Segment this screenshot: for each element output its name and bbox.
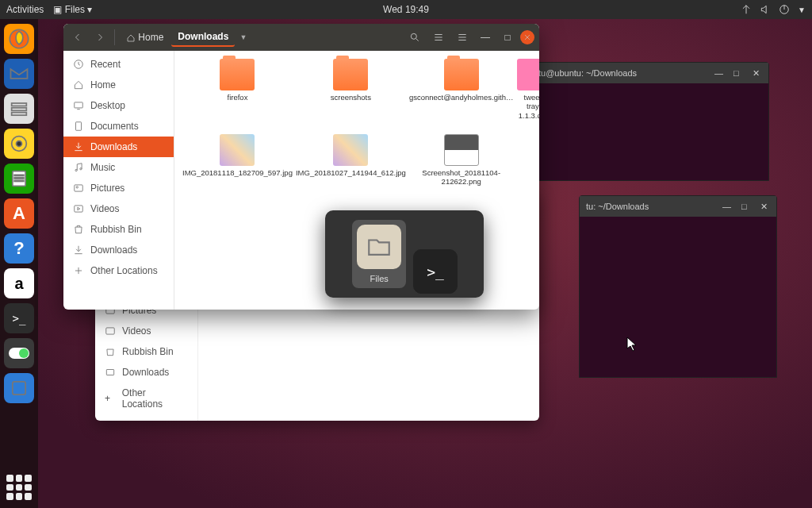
sidebar-item-rubbish-bin[interactable]: Rubbish Bin: [63, 219, 174, 240]
svg-point-20: [80, 168, 82, 170]
switcher-item-files[interactable]: Files: [352, 220, 406, 288]
sidebar-item-downloads[interactable]: Downloads: [95, 362, 197, 383]
dock-screenshot[interactable]: [4, 373, 34, 403]
chevron-down-icon[interactable]: ▼: [239, 33, 247, 41]
dock-help[interactable]: ?: [4, 233, 34, 264]
dock-files[interactable]: [4, 94, 34, 124]
minimize-button[interactable]: —: [476, 28, 495, 47]
view-list-button[interactable]: [428, 28, 449, 47]
download-icon: [73, 244, 84, 256]
back-button[interactable]: [68, 28, 87, 47]
terminal-window-1[interactable]: tu@ubuntu: ~/Downloads — □ ✕: [531, 62, 769, 181]
dock-libreoffice[interactable]: [4, 164, 34, 194]
dock-rhythmbox[interactable]: [4, 129, 34, 159]
file-label: IMG_20181027_141944_612.jpg: [296, 168, 406, 177]
mouse-cursor: [626, 337, 639, 352]
maximize-button[interactable]: □: [741, 202, 751, 211]
sidebar-item-videos[interactable]: Videos: [63, 198, 174, 219]
terminal-titlebar[interactable]: tu: ~/Downloads — □ ✕: [580, 196, 776, 217]
file-item[interactable]: Screenshot_20181104-212622.png: [409, 134, 514, 187]
top-bar: Activities ▣ Files ▾ Wed 19:49 ▼: [0, 0, 812, 19]
terminal-window-2[interactable]: tu: ~/Downloads — □ ✕: [579, 195, 777, 378]
sidebar-item-music[interactable]: Music: [63, 157, 174, 178]
breadcrumb-current[interactable]: Downloads: [171, 28, 235, 47]
trash-icon: [73, 224, 84, 235]
sidebar-item-documents[interactable]: Documents: [63, 116, 174, 137]
volume-icon[interactable]: [760, 4, 771, 15]
svg-rect-8: [14, 175, 24, 175]
sidebar-item-home[interactable]: Home: [63, 75, 174, 95]
music-icon: [73, 162, 84, 173]
svg-rect-13: [106, 328, 115, 334]
sidebar-item-trash[interactable]: Rubbish Bin: [95, 341, 197, 362]
dock: A ? a >_: [0, 19, 38, 508]
file-label: gsconnect@andyholmes.gith…: [409, 93, 514, 102]
sidebar-item-recent[interactable]: Recent: [63, 54, 174, 75]
network-icon[interactable]: [741, 4, 752, 15]
svg-rect-10: [14, 180, 24, 181]
pink-icon: [517, 59, 539, 90]
app-menu-label: Files ▾: [65, 4, 93, 15]
file-item[interactable]: IMG_20181118_182709_597.jpg: [182, 134, 293, 187]
folder-icon: [444, 59, 479, 90]
search-button[interactable]: [404, 28, 425, 47]
forward-button[interactable]: [90, 28, 109, 47]
dock-toggle[interactable]: [4, 338, 34, 368]
file-item[interactable]: screenshots: [296, 59, 406, 129]
app-menu[interactable]: ▣ Files ▾: [53, 4, 92, 15]
view-menu-button[interactable]: [452, 28, 473, 47]
sidebar-item-other-locations[interactable]: Other Locations: [63, 260, 174, 281]
documents-icon: [73, 121, 84, 132]
chevron-down-icon[interactable]: ▼: [798, 6, 806, 14]
file-label: tweet-tray-1.1.3.deb: [517, 93, 539, 120]
file-item[interactable]: firefox: [182, 59, 293, 129]
file-label: Screenshot_20181104-212622.png: [409, 168, 514, 187]
headerbar: Home Downloads ▼ — □: [63, 24, 539, 51]
folder-icon: [333, 59, 368, 90]
activities-button[interactable]: Activities: [6, 4, 44, 15]
file-label: IMG_20181118_182709_597.jpg: [182, 168, 293, 177]
svg-point-19: [75, 169, 77, 171]
svg-point-6: [17, 141, 22, 147]
switcher-item-terminal[interactable]: >_ Terminal: [414, 244, 457, 264]
maximize-button[interactable]: □: [733, 68, 743, 78]
sidebar-item-downloads[interactable]: Downloads: [63, 137, 174, 157]
image-icon: [333, 134, 368, 166]
minimize-button[interactable]: —: [722, 202, 732, 211]
image-icon: [220, 134, 255, 166]
dock-software[interactable]: A: [4, 198, 34, 229]
maximize-button[interactable]: □: [498, 28, 517, 47]
power-icon[interactable]: [779, 4, 790, 15]
dock-amazon[interactable]: a: [4, 268, 34, 298]
clock[interactable]: Wed 19:49: [383, 4, 429, 15]
show-applications[interactable]: [6, 475, 32, 500]
breadcrumb-home[interactable]: Home: [120, 29, 170, 46]
terminal-titlebar[interactable]: tu@ubuntu: ~/Downloads — □ ✕: [532, 63, 768, 83]
home-icon: [73, 79, 84, 90]
dock-firefox[interactable]: [4, 24, 34, 54]
terminal-icon: >_: [413, 249, 458, 294]
minimize-button[interactable]: —: [714, 68, 724, 78]
file-item[interactable]: IMG_20181027_141944_612.jpg: [296, 134, 406, 187]
dock-thunderbird[interactable]: [4, 59, 34, 89]
switcher-label: Files: [370, 274, 389, 283]
close-button[interactable]: ✕: [753, 68, 762, 78]
close-button[interactable]: [520, 30, 534, 44]
sidebar-item-desktop[interactable]: Desktop: [63, 95, 174, 116]
dock-terminal[interactable]: >_: [4, 303, 34, 333]
sidebar-item-other-locations[interactable]: +Other Locations: [95, 383, 197, 414]
breadcrumb: Home Downloads ▼: [120, 28, 247, 47]
svg-rect-3: [12, 108, 27, 111]
sidebar-item-videos[interactable]: Videos: [95, 321, 197, 341]
close-button[interactable]: ✕: [760, 202, 770, 211]
svg-rect-21: [75, 185, 83, 191]
svg-rect-9: [14, 178, 24, 179]
terminal-title: tu: ~/Downloads: [586, 202, 649, 211]
sidebar-item-downloads[interactable]: Downloads: [63, 240, 174, 260]
videos-icon: [73, 203, 84, 214]
plus-icon: [73, 265, 84, 276]
file-item[interactable]: tweet-tray-1.1.3.deb: [517, 59, 539, 129]
download-icon: [73, 141, 84, 152]
sidebar-item-pictures[interactable]: Pictures: [63, 178, 174, 198]
file-item[interactable]: gsconnect@andyholmes.gith…: [409, 59, 514, 129]
